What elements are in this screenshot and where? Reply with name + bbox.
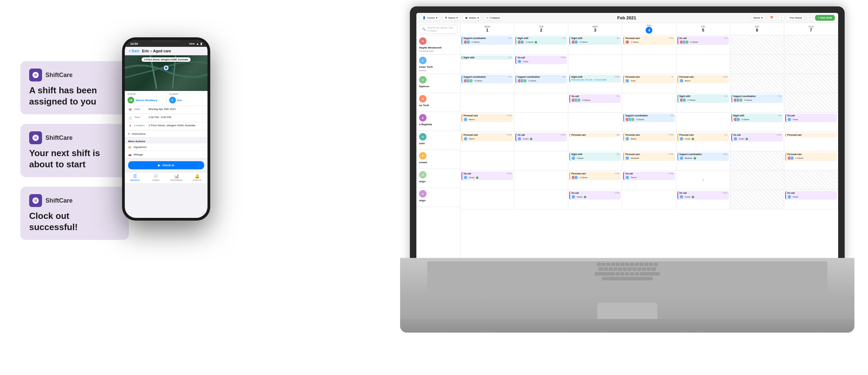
client-avatars [517,79,526,83]
status-icons: ●●● ▲ ▮ [189,42,202,45]
time-label: Time [134,116,146,119]
shift-card[interactable]: Personal care2 Clients [785,152,837,161]
shift-card[interactable]: Night shift11a2 Clients [515,36,567,45]
shift-title: On call [571,192,579,194]
shift-card[interactable]: Night shift10aCooper [569,152,621,161]
client-name[interactable]: Eric [177,99,182,102]
person-avatar [787,117,791,121]
status-filter[interactable]: ◉ Status ▾ [462,15,481,21]
shift-card[interactable]: Personal care2:30p1 Clients [623,36,675,45]
shift-card[interactable]: On call2:30pAustin [569,191,621,200]
shift-card[interactable]: On call2:30pAustin [731,133,783,142]
week-view-btn[interactable]: Week ▾ [751,15,765,21]
shift-card[interactable]: Night shift11a2 Clients [569,36,621,45]
notification-card-1: ShiftCare A shift has been assigned to y… [20,61,129,114]
laptop-screen: 👤 Carers ▾ ⇅ Name ▾ ◉ Status ▾ [416,13,838,265]
shift-card[interactable]: On-call2:30pTrevor [623,172,675,180]
calendar-icon-btn[interactable]: 📅 [767,15,776,21]
shift-time: 2:30p [614,192,619,194]
shift-card[interactable]: Night shift12a [461,56,513,60]
laptop-mockup: 👤 Carers ▾ ⇅ Name ▾ ◉ Status ▾ [400,7,854,346]
staff-role-cal: Personal care [419,50,457,52]
shift-card[interactable]: Support coordination11p3 Clients [461,75,513,83]
shift-card[interactable]: On call11a3 Clients [677,36,729,45]
day-cell [622,93,676,112]
day-header-tue: TUE2 [514,23,568,35]
day-cell [730,35,784,54]
shift-card[interactable]: Support coordination11a3 Clients [731,94,783,103]
prev-week-btn[interactable]: ‹ [778,15,785,21]
shift-card[interactable]: On call2:30pAustin [515,133,567,142]
client-avatar [685,40,689,44]
shift-card[interactable]: Support coordination2:30pMadelyn [677,152,729,161]
staff-shift-row: On call2:30pAustinOn call2:30pAustinOn c… [460,190,838,209]
clock-in-button[interactable]: ▶ Clock In [128,161,204,169]
shift-card[interactable]: Night shift12a2 Clients [731,114,783,122]
client-avatar [574,175,578,180]
name-filter[interactable]: ⇅ Name ▾ [442,15,460,21]
mileage-row[interactable]: 🚗 Mileage › [125,151,208,158]
nav-tasks[interactable]: ☑ TASKS [145,174,166,181]
shift-card[interactable]: Personal care1pSofia [623,75,675,83]
shift-card[interactable]: Personal care2:30pMaren [461,133,513,142]
shift-card[interactable]: Night shift11a2 Clients [677,94,729,103]
instructions-row[interactable]: ≡ Instructions › [125,130,208,138]
shift-card[interactable]: Support coordination11p3 Clients [515,75,567,83]
nav-details[interactable]: ☰ DETAILS [125,174,145,181]
shift-time: 2:30p [669,134,674,136]
client-avatars [625,40,628,44]
shift-card[interactable]: Support coordination11a2 Clients [461,36,513,45]
day-cell[interactable]: + [676,171,730,190]
shift-card[interactable]: Personal care2:30p2 Clients [569,172,621,180]
add-shift-btn[interactable]: + Add Shift [815,15,835,21]
shift-name-row: Austin [517,137,566,141]
day-name-sun: SUN [809,25,814,28]
this-week-btn[interactable]: This Week [787,15,805,21]
carers-filter[interactable]: 👤 Carers ▾ [420,15,440,21]
person-avatar [679,137,684,141]
day-cells: Personal care2:30pMarenSupport coordinat… [460,113,838,132]
person-name: Maren [469,118,475,121]
day-header-sat: SAT6 [730,23,784,35]
shift-title: Personal care [787,134,802,136]
shift-card[interactable]: Personal care2:30pMaren [461,114,513,122]
phone-time: 14:50 [130,42,138,45]
day-cell [460,151,514,170]
client-avatar [520,40,524,44]
shift-card[interactable]: Personal care [785,133,837,137]
next-week-btn[interactable]: › [807,15,813,21]
shift-card[interactable]: Support coordination11p3 Clients [623,114,675,122]
collapse-btn[interactable]: ⤡ Collapse [484,15,503,21]
shift-card[interactable]: On-callCorey [785,114,837,122]
shift-card[interactable]: On-call11a3 Clients [569,94,621,103]
shift-time: 2:30p [614,76,619,78]
staff-info: SSiphron [416,74,460,93]
shift-card[interactable]: Personal care11pAustin [677,133,729,142]
day-cell: On call2:30pAustin [568,190,622,209]
shift-card[interactable]: Personal care2:30pElizabeth [623,152,675,161]
search-bar[interactable]: 🔍 Search by name, role, or team... [419,25,457,34]
client-avatars [733,98,742,102]
shift-card[interactable]: On-call2:30pCorey [515,56,567,64]
signatures-row[interactable]: ✍ Signatures › [125,144,208,151]
staff-name[interactable]: Steven Bradbury [136,99,157,102]
shift-title: On call [679,37,687,40]
person-avatar [463,175,468,180]
shift-card[interactable]: On-call2:30pAustin [461,172,513,180]
staff-info-row: Nne Torff [416,93,460,112]
shift-card[interactable]: Personal care2:30pMaren [677,75,729,83]
back-button[interactable]: < Back [129,49,139,53]
person-avatar [517,59,521,63]
shift-card[interactable]: Personal care10p [569,133,621,137]
nav-events[interactable]: 🔔 EVENTS [187,174,208,181]
nav-progress[interactable]: 📊 PROGRESS [166,174,187,181]
green-dot [530,138,532,140]
shift-time: 11p [508,76,512,78]
shift-card[interactable]: On callAustin [785,191,837,200]
shift-card[interactable]: Personal care2:30pMaren [623,133,675,142]
person-avatar [463,117,468,121]
staff-avatar-cal: A [419,114,427,121]
shift-card[interactable]: Night-shift2:30pPersonal care, On-Call, … [569,75,621,82]
client-avatars [463,79,472,83]
shift-card[interactable]: On call2:30pAustin [677,191,729,200]
